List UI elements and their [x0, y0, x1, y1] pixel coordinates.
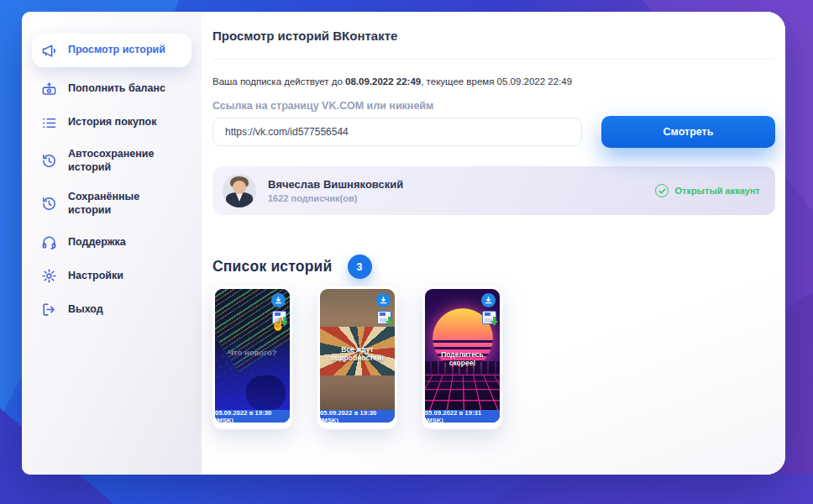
save-icon[interactable]	[482, 311, 496, 324]
story-date: 05.09.2022 в 19:31 (MSK)	[425, 410, 500, 423]
logout-icon	[40, 302, 57, 318]
main-content: Просмотр историй ВКонтакте Ваша подписка…	[202, 12, 785, 475]
profile-name: Вячеслав Вишняковский	[268, 178, 403, 191]
sidebar-item-support[interactable]: Поддержка	[32, 226, 191, 260]
stories-header: Список историй 3	[212, 255, 775, 279]
sidebar-item-label: Сохранённые истории	[68, 191, 183, 217]
history-icon	[40, 153, 57, 170]
story-thumbnail: Что нового? ☝ 05.09.2022 в 19:30 (MSK)	[215, 289, 290, 423]
sidebar-item-label: История покупок	[68, 116, 156, 129]
sidebar-item-purchase-history[interactable]: История покупок	[32, 106, 191, 139]
story-thumbnail: Все ждут подробностей! 05.09.2022 в 19:3…	[320, 289, 395, 423]
watch-button[interactable]: Смотреть	[601, 116, 775, 148]
gear-icon	[40, 268, 57, 285]
sidebar-item-top-up-balance[interactable]: Пополнить баланс	[32, 72, 191, 106]
headphones-icon	[40, 234, 57, 251]
vk-url-input[interactable]	[212, 118, 582, 146]
sidebar-item-label: Автосохранение историй	[68, 148, 176, 174]
story-card[interactable]: Все ждут подробностей! 05.09.2022 в 19:3…	[317, 286, 397, 429]
sidebar-item-label: Настройки	[68, 270, 123, 283]
url-input-label: Ссылка на страницу VK.COM или никнейм	[212, 100, 775, 112]
history-icon	[40, 196, 57, 213]
subscription-prefix: Ваша подписка действует до	[212, 76, 345, 87]
story-card[interactable]: Что нового? ☝ 05.09.2022 в 19:30 (MSK)	[212, 286, 292, 429]
sidebar-item-settings[interactable]: Настройки	[32, 260, 191, 293]
profile-meta: Вячеслав Вишняковский 1622 подписчик(ов)	[268, 178, 403, 203]
sidebar-item-autosave-stories[interactable]: Автосохранение историй	[32, 139, 191, 182]
stories-list: Что нового? ☝ 05.09.2022 в 19:30 (MSK)	[212, 286, 775, 429]
download-icon[interactable]	[376, 293, 391, 307]
profile-card: Вячеслав Вишняковский 1622 подписчик(ов)…	[212, 166, 775, 215]
sidebar: Просмотр историй Пополнить баланс Истори…	[22, 12, 202, 475]
page-header: Просмотр историй ВКонтакте	[212, 12, 775, 60]
download-icon[interactable]	[271, 293, 286, 307]
sidebar-item-label: Пополнить баланс	[68, 82, 165, 96]
story-thumbnail: Поделитесь скорее! 05.09.2022 в 19:31 (M…	[425, 289, 500, 423]
story-card[interactable]: Поделитесь скорее! 05.09.2022 в 19:31 (M…	[422, 286, 502, 429]
hand-cursor-icon: ☝	[271, 318, 286, 331]
profile-followers: 1622 подписчик(ов)	[268, 193, 403, 203]
story-date: 05.09.2022 в 19:30 (MSK)	[215, 410, 290, 423]
account-status-badge: Открытый аккаунт	[655, 184, 760, 197]
stories-count-badge: 3	[348, 255, 372, 279]
story-date: 05.09.2022 в 19:30 (MSK)	[320, 410, 395, 423]
app-screen: Просмотр историй Пополнить баланс Истори…	[0, 0, 813, 504]
avatar	[223, 174, 256, 207]
list-icon	[40, 114, 57, 131]
story-caption: Все ждут подробностей!	[323, 345, 392, 362]
app-panel: Просмотр историй Пополнить баланс Истори…	[22, 12, 785, 475]
subscription-current-time: , текущее время 05.09.2022 22:49	[421, 76, 572, 87]
sidebar-item-label: Поддержка	[68, 236, 126, 249]
account-status-label: Открытый аккаунт	[674, 186, 760, 196]
wallet-icon	[40, 81, 57, 97]
story-caption: Что нового?	[218, 348, 287, 357]
story-caption: Поделитесь скорее!	[427, 350, 497, 367]
megaphone-icon	[40, 42, 57, 59]
subscription-status: Ваша подписка действует до 08.09.2022 22…	[212, 76, 775, 87]
sidebar-item-logout[interactable]: Выход	[32, 293, 191, 327]
stories-heading: Список историй	[212, 258, 333, 276]
subscription-expiry: 08.09.2022 22:49	[345, 76, 421, 87]
check-circle-icon	[655, 184, 669, 197]
sidebar-item-label: Выход	[68, 303, 103, 317]
search-row: Смотреть	[212, 118, 775, 148]
save-icon[interactable]	[377, 311, 391, 324]
sidebar-item-view-stories[interactable]: Просмотр историй	[32, 34, 191, 67]
page-title: Просмотр историй ВКонтакте	[212, 29, 397, 43]
download-icon[interactable]	[481, 293, 496, 307]
sidebar-item-saved-stories[interactable]: Сохранённые истории	[32, 182, 191, 225]
sidebar-item-label: Просмотр историй	[68, 44, 165, 57]
